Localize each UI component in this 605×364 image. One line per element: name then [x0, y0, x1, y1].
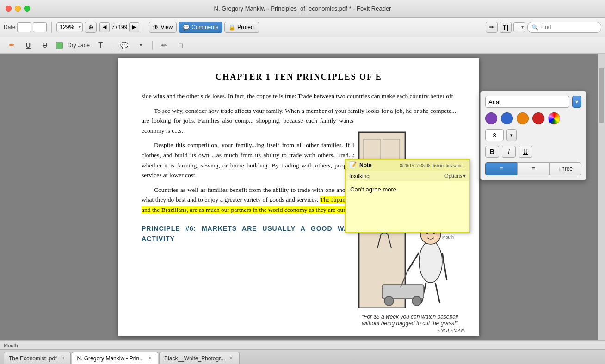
underline-ann-button[interactable]: U	[22, 39, 34, 51]
chapter-heading: CHAPTER 1 TEN PRINCIPLES OF E	[142, 72, 456, 82]
pdf-page: CHAPTER 1 TEN PRINCIPLES OF E side wins …	[118, 58, 479, 336]
italic-icon: I	[508, 148, 510, 155]
pen-ann-icon: ✒	[9, 41, 15, 49]
zoom-in-icon: ⊕	[88, 24, 93, 31]
underline-button[interactable]: U	[519, 146, 532, 158]
date-input-2[interactable]	[33, 22, 47, 32]
view-comments-group: 👁 View 💬 Comments 🔒 Protect	[149, 22, 259, 33]
pen-tool-button[interactable]: ✏	[486, 22, 498, 33]
pen-icon: ✏	[489, 24, 494, 31]
note-author: foxitking	[349, 173, 370, 179]
tab-economist-label: The Economist .pdf	[9, 355, 56, 362]
comments-label: Comments	[191, 24, 218, 31]
color-red[interactable]	[532, 112, 544, 124]
options-label: Options	[444, 173, 462, 179]
color-swatch[interactable]	[56, 42, 63, 49]
font-size-row: ▾	[485, 129, 581, 141]
protect-button[interactable]: 🔒 Protect	[224, 22, 259, 33]
tool-select-wrap	[513, 22, 525, 32]
strikethrough-ann-button[interactable]: U	[39, 39, 51, 51]
underline-icon: U	[523, 148, 528, 155]
note-icon: 📝	[349, 161, 357, 169]
zoom-in-button[interactable]: ⊕	[85, 22, 97, 33]
text-cursor-icon: T|	[503, 24, 508, 31]
tab-mankiw[interactable]: N. Gregory Mankiw - Prin... ✕	[72, 352, 158, 364]
color-blue[interactable]	[501, 112, 513, 124]
align-center-button[interactable]: ≡	[517, 162, 549, 175]
font-name-input[interactable]	[485, 96, 569, 108]
align-right-button[interactable]: Three	[549, 162, 581, 175]
note-options-button[interactable]: Options ▾	[444, 173, 466, 179]
next-page-button[interactable]: ▶	[129, 22, 139, 32]
note-title: Note	[359, 162, 372, 168]
svg-point-16	[384, 296, 394, 306]
text-tool-button[interactable]: T|	[500, 22, 512, 33]
zoom-select-wrap: 129%	[56, 22, 83, 32]
sep-1	[51, 22, 52, 33]
strikethrough-icon: U	[43, 42, 47, 49]
vertical-scrollbar[interactable]	[598, 54, 605, 340]
color-rainbow[interactable]	[548, 112, 560, 124]
date-group: Date	[4, 22, 47, 32]
tab-photo-label: Black__White_Photogr...	[164, 355, 225, 362]
comments-button[interactable]: 💬 Comments	[179, 22, 222, 33]
color-row	[485, 112, 581, 124]
comment-bubble-icon: 💬	[120, 42, 128, 49]
tab-economist-close[interactable]: ✕	[59, 355, 66, 362]
text-ann-icon: T	[98, 41, 103, 49]
tab-economist[interactable]: The Economist .pdf ✕	[4, 352, 71, 364]
sep-2	[144, 22, 144, 33]
tab-bar: The Economist .pdf ✕ N. Gregory Mankiw -…	[0, 349, 605, 364]
eye-icon: 👁	[153, 24, 159, 31]
ann-sep-1	[112, 41, 112, 50]
comment-ann-button[interactable]: 💬	[118, 39, 130, 51]
content-area: CHAPTER 1 TEN PRINCIPLES OF E side wins …	[0, 54, 605, 340]
tab-mankiw-close[interactable]: ✕	[147, 355, 153, 362]
font-size-input[interactable]	[485, 129, 504, 141]
comment-icon: 💬	[183, 24, 190, 31]
font-dropdown-button[interactable]: ▾	[572, 96, 581, 108]
date-input-1[interactable]	[17, 22, 31, 32]
date-label: Date	[4, 24, 15, 31]
right-tools: ✏ T| 🔍	[486, 22, 601, 33]
tool-select[interactable]	[513, 22, 525, 32]
text-ann-button[interactable]: T	[94, 39, 106, 51]
scrollbar-thumb[interactable]	[599, 68, 604, 123]
current-page: 7	[111, 24, 115, 31]
para-1: side wins and the other side loses. In f…	[142, 91, 456, 101]
status-bar: Mouth	[0, 340, 605, 350]
pen-ann-button[interactable]: ✒	[6, 39, 18, 51]
tab-photo-close[interactable]: ✕	[228, 355, 235, 362]
eraser-icon: ◻	[178, 42, 184, 49]
tab-photo[interactable]: Black__White_Photogr... ✕	[159, 352, 239, 364]
italic-button[interactable]: I	[502, 146, 516, 158]
svg-text:Mouth: Mouth	[442, 235, 454, 240]
lock-icon: 🔒	[228, 24, 235, 31]
svg-point-17	[412, 296, 421, 306]
bold-icon: B	[490, 148, 494, 155]
tab-mankiw-label: N. Gregory Mankiw - Prin...	[77, 355, 144, 362]
maximize-button[interactable]	[24, 6, 30, 12]
status-mouth-label: Mouth	[4, 343, 18, 348]
minimize-button[interactable]	[15, 6, 21, 12]
close-button[interactable]	[6, 6, 12, 12]
zoom-select[interactable]: 129%	[56, 22, 83, 32]
expand-comment-button[interactable]: ▾	[135, 39, 147, 51]
eraser-ann-button[interactable]: ◻	[175, 39, 187, 51]
note-body[interactable]: Can't agree more	[346, 181, 469, 232]
font-size-dropdown[interactable]: ▾	[506, 129, 517, 141]
engleman-credit: ENGLEMAN.	[354, 327, 465, 333]
align-left-icon: ≡	[500, 166, 503, 172]
bold-button[interactable]: B	[485, 146, 499, 158]
prev-page-button[interactable]: ◀	[99, 22, 110, 32]
color-orange[interactable]	[517, 112, 529, 124]
align-left-button[interactable]: ≡	[485, 162, 517, 175]
view-button[interactable]: 👁 View	[149, 22, 177, 33]
find-bar: 🔍	[527, 22, 601, 33]
pencil-ann-button[interactable]: ✏	[158, 39, 170, 51]
find-input[interactable]	[540, 24, 596, 31]
color-purple[interactable]	[485, 112, 497, 124]
main-toolbar: Date 129% ⊕ ◀ 7 / 199 ▶ 👁 View 💬 Comment…	[0, 18, 605, 37]
note-date: 8/20/1517:38:08 district lies who ...	[375, 163, 466, 168]
chevron-down-icon: ▾	[140, 43, 142, 48]
